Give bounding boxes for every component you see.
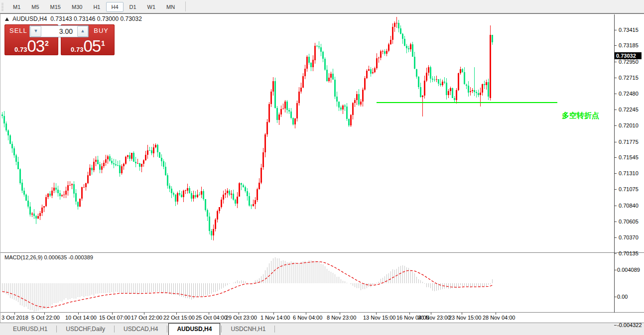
time-tick	[209, 313, 209, 315]
symbol-label: AUDUSD,H4	[12, 15, 47, 22]
sell-price-pipette: 2	[45, 39, 49, 47]
timeframe-button-h4[interactable]: H4	[106, 2, 123, 12]
volume-decrease-icon[interactable]: ▼	[30, 26, 41, 37]
time-axis-label: 10 Oct 14:00	[65, 315, 97, 321]
toolbar-separator	[185, 1, 186, 11]
collapse-triangle-icon[interactable]	[5, 17, 9, 21]
timeframe-button-m15[interactable]: M15	[45, 2, 66, 12]
time-axis-label: 17 Oct 22:00	[131, 315, 162, 321]
price-axis-label: 0.72245	[619, 107, 639, 112]
price-axis-label: 0.71075	[619, 186, 639, 192]
chart-tab-eurusd[interactable]: EURUSD,H1	[5, 324, 55, 335]
macd-axis-label: -0.004322	[617, 322, 642, 328]
sell-price-prefix: 0.73	[14, 46, 27, 53]
pane-separator[interactable]	[0, 252, 644, 253]
current-price-tag: 0.73032	[615, 52, 642, 59]
time-axis-label: 1 Nov 14:00	[260, 315, 290, 321]
time-axis-label: 3 Oct 2018	[1, 315, 28, 321]
tab-divider	[56, 326, 57, 333]
tab-divider	[167, 326, 167, 333]
price-tick	[614, 125, 617, 126]
sell-price-big: 03	[27, 37, 44, 55]
price-axis-label: 0.73185	[619, 42, 639, 48]
time-tick	[78, 313, 79, 315]
timeframe-button-d1[interactable]: D1	[125, 2, 141, 12]
support-line-label: 多空转折点	[562, 111, 599, 120]
price-axis-label: 0.70840	[619, 203, 639, 209]
time-tick	[239, 313, 239, 315]
price-axis-label: 0.73415	[619, 27, 639, 33]
time-tick	[409, 313, 410, 315]
tab-divider	[114, 326, 115, 333]
macd-axis-label: 0.00	[617, 294, 628, 300]
time-tick	[496, 313, 496, 315]
tab-divider	[274, 326, 275, 333]
volume-increase-icon[interactable]: ▲	[77, 26, 88, 37]
price-tick	[614, 110, 617, 110]
price-tick	[614, 142, 617, 142]
macd-tick	[614, 325, 617, 326]
time-tick	[376, 313, 377, 315]
timeframe-button-m5[interactable]: M5	[26, 2, 44, 12]
macd-tick	[614, 297, 617, 297]
price-axis-label: 0.72010	[619, 122, 639, 128]
price-axis-label: 0.71775	[619, 139, 639, 145]
price-tick	[614, 173, 617, 174]
macd-indicator-header: MACD(12,26,9) 0.000635 -0.000389	[4, 254, 93, 260]
chart-tab-bar: EURUSD,H1USDCHF,DailyUSDCAD,H4AUDUSD,H4U…	[0, 323, 644, 335]
time-axis-label: 13 Nov 15:00	[363, 315, 395, 321]
price-tick	[614, 30, 617, 30]
timeframe-button-mn[interactable]: MN	[161, 2, 180, 12]
price-tick	[614, 157, 617, 158]
price-axis-label: 0.70370	[619, 234, 639, 240]
time-axis-label: 29 Oct 23:00	[226, 315, 257, 321]
volume-input[interactable]	[42, 27, 77, 36]
time-axis-label: 5 Oct 22:00	[31, 315, 60, 321]
time-tick	[340, 313, 340, 315]
timeframe-button-m1[interactable]: M1	[8, 2, 25, 12]
mt4-window: M1M5M15M30H1H4D1W1MN AUDUSD,H4 0.73143 0…	[0, 0, 644, 335]
price-tick	[614, 189, 617, 190]
timeaxis-separator	[0, 312, 644, 313]
buy-button[interactable]: BUY	[94, 27, 109, 34]
timeframe-toolbar: M1M5M15M30H1H4D1W1MN	[0, 0, 644, 13]
timeframe-button-h1[interactable]: H1	[88, 2, 105, 12]
time-axis-label: 28 Nov 04:00	[483, 315, 515, 321]
tab-divider	[221, 326, 222, 333]
volume-spinner: ▼ ▲	[29, 25, 89, 37]
toolbar-grip-handle[interactable]	[1, 2, 3, 11]
chart-tab-usdcnh[interactable]: USDCNH,H1	[223, 324, 273, 335]
time-tick	[14, 313, 15, 315]
price-tick	[614, 94, 617, 94]
time-tick	[462, 313, 462, 315]
price-tick	[614, 222, 617, 222]
buy-price-pipette: 1	[101, 39, 105, 47]
time-axis-label: 15 Oct 07:00	[99, 315, 130, 321]
time-axis-label: 22 Oct 15:00	[163, 315, 195, 321]
macd-tick	[614, 270, 617, 270]
time-tick	[44, 313, 45, 315]
time-axis-label: 23 Nov 15:00	[449, 315, 481, 321]
timeframe-button-m30[interactable]: M30	[67, 2, 87, 12]
chart-tab-audusd[interactable]: AUDUSD,H4	[168, 323, 220, 335]
chart-tab-usdcad[interactable]: USDCAD,H4	[116, 324, 166, 335]
macd-axis-label: 0.004089	[617, 267, 640, 273]
time-axis-label: 20 Nov 23:00	[418, 315, 450, 321]
timeframe-button-w1[interactable]: W1	[142, 2, 161, 12]
sell-button[interactable]: SELL	[9, 27, 27, 34]
time-axis-label: 25 Oct 04:00	[196, 315, 227, 321]
price-axis-label: 0.70135	[619, 250, 639, 256]
chart-tab-usdchf[interactable]: USDCHF,Daily	[58, 324, 113, 335]
chart-symbol-header: AUDUSD,H4 0.73143 0.73146 0.73000 0.7303…	[5, 15, 142, 22]
time-tick	[112, 313, 113, 315]
price-tick	[614, 253, 617, 254]
price-axis-label: 0.71545	[619, 154, 639, 160]
time-tick	[306, 313, 306, 315]
price-tick	[614, 78, 617, 78]
buy-price-big: 05	[83, 37, 101, 55]
macd-chart[interactable]	[0, 253, 614, 313]
price-axis-label: 0.70605	[619, 219, 639, 224]
price-tick	[614, 237, 617, 238]
price-axis-label: 0.71310	[619, 170, 639, 176]
buy-price-prefix: 0.73	[71, 46, 83, 53]
